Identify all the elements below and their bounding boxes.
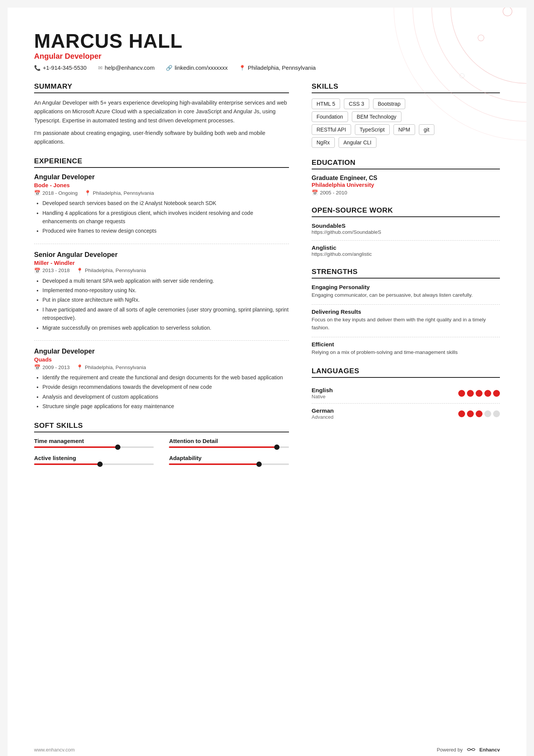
email-contact: ✉ help@enhancv.com xyxy=(98,64,155,71)
summary-para-1: An Angular Developer with 5+ years exper… xyxy=(34,99,289,125)
skill-bar-fill-1 xyxy=(169,446,277,448)
edu-degree: Graduate Engineer, CS xyxy=(312,175,500,182)
exp-company-2: Miller - Windler xyxy=(34,260,289,266)
soft-skill-adaptability: Adaptability xyxy=(169,455,289,465)
exp-item-2: Senior Angular Developer Miller - Windle… xyxy=(34,251,289,332)
skill-bar-bg-2 xyxy=(34,463,154,465)
soft-skills-title: SOFT SKILLS xyxy=(34,421,289,432)
bullet-3-4: Structure single page applications for e… xyxy=(42,402,289,410)
soft-skill-attention: Attention to Detail xyxy=(169,438,289,448)
left-column: SUMMARY An Angular Developer with 5+ yea… xyxy=(34,82,289,475)
exp-bullets-1: Developed search services based on the i… xyxy=(34,199,289,235)
strength-1: Engaging Personality Engaging communicat… xyxy=(312,284,500,299)
strength-2: Delivering Results Focus on the key inpu… xyxy=(312,308,500,332)
bullet-2-4: I have participated and aware of all sor… xyxy=(42,305,289,322)
skill-tag-angular-cli: Angular CLI xyxy=(339,137,376,148)
pin-icon-3: 📍 xyxy=(77,364,83,370)
edu-calendar-icon: 📅 xyxy=(312,189,318,196)
exp-years-3: 📅 2009 - 2013 xyxy=(34,364,70,370)
link-icon: 🔗 xyxy=(166,65,172,71)
exp-company-3: Quads xyxy=(34,356,289,363)
lang-name-german: German xyxy=(312,407,334,414)
exp-years-2: 📅 2013 - 2018 xyxy=(34,268,70,274)
exp-bullets-2: Developed a multi tenant SPA web applica… xyxy=(34,277,289,332)
skill-bar-fill-2 xyxy=(34,463,100,465)
lang-dot-de-3 xyxy=(476,410,482,417)
strength-divider-2 xyxy=(312,337,500,337)
bullet-1-3: Produced wire frames to review design co… xyxy=(42,227,289,235)
skill-bar-bg-0 xyxy=(34,446,154,448)
strength-3: Efficient Relying on a mix of problem-so… xyxy=(312,341,500,356)
enhancv-logo-icon xyxy=(466,746,476,753)
bullet-1-2: Handling 4 applications for a prestigiou… xyxy=(42,209,289,226)
skill-tag-restful: RESTful API xyxy=(312,124,351,135)
skill-bar-dot-3 xyxy=(256,462,262,467)
oss-url-2: https://github.com/anglistic xyxy=(312,251,500,257)
right-column: SKILLS HTML 5 CSS 3 Bootstrap Foundation… xyxy=(312,82,500,475)
skill-bar-dot-0 xyxy=(115,445,120,450)
summary-para-2: I'm passionate about creating engaging, … xyxy=(34,129,289,146)
lang-dot-en-2 xyxy=(467,390,474,397)
skill-tag-css3: CSS 3 xyxy=(344,99,369,109)
strength-desc-3: Relying on a mix of problem-solving and … xyxy=(312,349,500,356)
bullet-3-1: Identify the requirement and create the … xyxy=(42,373,289,382)
bullet-2-2: Implemented mono-repository using Nx. xyxy=(42,286,289,294)
location-contact: 📍 Philadelphia, Pennsylvania xyxy=(239,64,315,71)
skills-row-2: RESTful API TypeScript NPM git xyxy=(312,124,500,135)
skill-tag-bootstrap: Bootstrap xyxy=(373,99,406,109)
experience-section: EXPERIENCE Angular Developer Bode - Jone… xyxy=(34,157,289,410)
powered-by-text: Powered by xyxy=(437,747,463,753)
skills-rows: HTML 5 CSS 3 Bootstrap Foundation BEM Te… xyxy=(312,99,500,148)
skill-tag-html5: HTML 5 xyxy=(312,99,340,109)
experience-title: EXPERIENCE xyxy=(34,157,289,168)
exp-role-3: Angular Developer xyxy=(34,347,289,355)
soft-skill-label-3: Adaptability xyxy=(169,455,289,461)
location-value: Philadelphia, Pennsylvania xyxy=(248,64,315,71)
exp-meta-3: 📅 2009 - 2013 📍 Philadelphia, Pennsylvan… xyxy=(34,364,289,370)
lang-item-german: German Advanced xyxy=(312,404,500,424)
lang-dot-en-1 xyxy=(458,390,465,397)
bullet-2-5: Migrate successfully on premises web app… xyxy=(42,324,289,332)
bullet-2-3: Put in place store architecture with NgR… xyxy=(42,296,289,304)
skill-bar-fill-3 xyxy=(169,463,259,465)
exp-location-3: 📍 Philadelphia, Pennsylvania xyxy=(77,364,146,370)
svg-point-4 xyxy=(503,8,512,16)
skill-bar-dot-1 xyxy=(274,445,279,450)
bullet-3-2: Provide design recommendations towards t… xyxy=(42,383,289,391)
exp-company-1: Bode - Jones xyxy=(34,182,289,188)
edu-school: Philadelphia University xyxy=(312,182,500,188)
skills-row-1: Foundation BEM Technology xyxy=(312,111,500,122)
exp-meta-1: 📅 2018 - Ongoing 📍 Philadelphia, Pennsyl… xyxy=(34,190,289,196)
lang-dot-de-4 xyxy=(484,410,491,417)
bullet-1-1: Developed search services based on the i… xyxy=(42,199,289,207)
lang-dots-german xyxy=(458,410,500,417)
strengths-title: STRENGTHS xyxy=(312,268,500,279)
lang-dot-de-2 xyxy=(467,410,474,417)
exp-divider-2 xyxy=(34,340,289,341)
strength-name-3: Efficient xyxy=(312,341,500,347)
exp-years-1: 📅 2018 - Ongoing xyxy=(34,190,78,196)
education-section: EDUCATION Graduate Engineer, CS Philadel… xyxy=(312,158,500,196)
email-icon: ✉ xyxy=(98,65,103,71)
resume-page: MARCUS HALL Angular Developer 📞 +1-914-3… xyxy=(8,8,526,756)
soft-skill-label-1: Attention to Detail xyxy=(169,438,289,444)
calendar-icon-3: 📅 xyxy=(34,364,41,370)
footer-brand: Powered by Enhancv xyxy=(437,746,500,753)
footer: www.enhancv.com Powered by Enhancv xyxy=(34,746,500,753)
soft-skills-grid: Time management Attention to Detail xyxy=(34,438,289,465)
lang-item-english: English Native xyxy=(312,383,500,404)
skill-bar-bg-1 xyxy=(169,446,289,448)
phone-contact: 📞 +1-914-345-5530 xyxy=(34,64,87,71)
contact-info: 📞 +1-914-345-5530 ✉ help@enhancv.com 🔗 l… xyxy=(34,64,500,71)
soft-skills-section: SOFT SKILLS Time management Attention to… xyxy=(34,421,289,465)
main-content: SUMMARY An Angular Developer with 5+ yea… xyxy=(34,82,500,475)
exp-item-3: Angular Developer Quads 📅 2009 - 2013 📍 … xyxy=(34,347,289,411)
exp-meta-2: 📅 2013 - 2018 📍 Philadelphia, Pennsylvan… xyxy=(34,268,289,274)
skill-tag-ngrx: NgRx xyxy=(312,137,335,148)
candidate-title: Angular Developer xyxy=(34,52,500,61)
lang-level-english: Native xyxy=(312,394,333,399)
open-source-section: OPEN-SOURCE WORK SoundableS https://gith… xyxy=(312,206,500,257)
languages-title: LANGUAGES xyxy=(312,367,500,378)
strength-desc-2: Focus on the key inputs and deliver them… xyxy=(312,316,500,332)
bullet-3-3: Analysis and development of custom appli… xyxy=(42,393,289,401)
